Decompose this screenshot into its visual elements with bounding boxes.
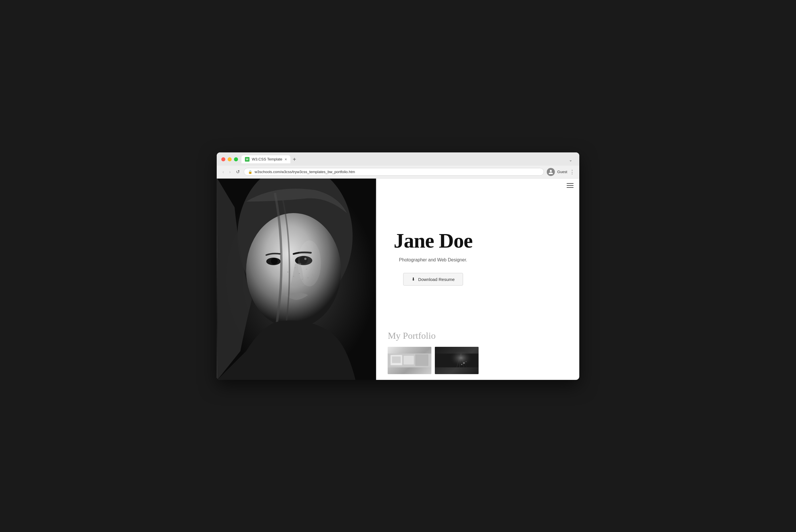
- hamburger-line-1: [567, 183, 574, 184]
- back-button[interactable]: ‹: [221, 169, 225, 175]
- photo-panel: [217, 178, 376, 380]
- download-resume-button[interactable]: ⬇ Download Resume: [403, 273, 463, 286]
- download-resume-label: Download Resume: [418, 277, 455, 282]
- svg-point-13: [287, 271, 288, 272]
- more-options-icon[interactable]: ⋮: [570, 169, 575, 175]
- lock-icon: 🔒: [248, 170, 253, 174]
- svg-rect-21: [404, 356, 414, 364]
- hamburger-line-3: [567, 187, 574, 188]
- svg-point-11: [293, 276, 294, 277]
- tabs-row: w W3.CSS Template × + ⌄: [241, 155, 575, 163]
- svg-point-31: [466, 361, 466, 362]
- portfolio-item-1[interactable]: [388, 347, 431, 374]
- svg-point-15: [295, 267, 296, 268]
- url-text: w3schools.com/w3css/tryw3css_templates_b…: [255, 170, 540, 174]
- maximize-button[interactable]: [234, 157, 238, 161]
- svg-point-24: [449, 349, 473, 367]
- svg-rect-20: [392, 356, 401, 363]
- portfolio-title: My Portfolio: [388, 330, 478, 341]
- page-content: Jane Doe Photographer and Web Designer. …: [217, 178, 579, 380]
- svg-point-30: [461, 364, 462, 365]
- hamburger-line-2: [567, 185, 574, 186]
- hero-section: Jane Doe Photographer and Web Designer. …: [376, 178, 490, 330]
- portrait-image: [217, 178, 376, 380]
- tab-dropdown-button[interactable]: ⌄: [567, 156, 575, 163]
- browser-window: w W3.CSS Template × + ⌄ ‹ › ↺ 🔒 w3school…: [217, 152, 579, 380]
- address-bar: ‹ › ↺ 🔒 w3schools.com/w3css/tryw3css_tem…: [217, 166, 579, 178]
- close-button[interactable]: [221, 157, 225, 161]
- portfolio-section: My Portfolio: [376, 330, 490, 380]
- tab-title: W3.CSS Template: [252, 157, 282, 161]
- svg-rect-22: [415, 354, 428, 366]
- portfolio-grid: [388, 347, 478, 374]
- user-name-label: Guest: [557, 170, 567, 174]
- user-area: Guest ⋮: [547, 168, 575, 176]
- reload-button[interactable]: ↺: [235, 169, 241, 175]
- hero-subtitle: Photographer and Web Designer.: [399, 258, 467, 263]
- portrait-background: [217, 178, 376, 380]
- tab-close-button[interactable]: ×: [284, 157, 287, 161]
- svg-point-8: [271, 258, 278, 264]
- tab-favicon-icon: w: [245, 157, 249, 162]
- info-panel-wrapper: Jane Doe Photographer and Web Designer. …: [376, 178, 579, 380]
- hero-name: Jane Doe: [394, 229, 473, 253]
- url-bar[interactable]: 🔒 w3schools.com/w3css/tryw3css_templates…: [244, 168, 544, 176]
- new-tab-button[interactable]: +: [290, 155, 298, 163]
- download-icon: ⬇: [411, 277, 415, 282]
- active-tab[interactable]: w W3.CSS Template ×: [241, 155, 290, 163]
- svg-point-29: [463, 362, 465, 364]
- traffic-lights: [221, 157, 238, 161]
- portfolio-item-2[interactable]: [435, 347, 479, 374]
- user-avatar-icon: [547, 168, 555, 176]
- minimize-button[interactable]: [228, 157, 232, 161]
- svg-point-17: [298, 241, 321, 286]
- forward-button[interactable]: ›: [228, 169, 232, 175]
- hamburger-menu-button[interactable]: [567, 183, 574, 188]
- title-bar: w W3.CSS Template × + ⌄: [217, 152, 579, 166]
- svg-point-3: [246, 213, 341, 328]
- info-panel: Jane Doe Photographer and Web Designer. …: [376, 178, 490, 380]
